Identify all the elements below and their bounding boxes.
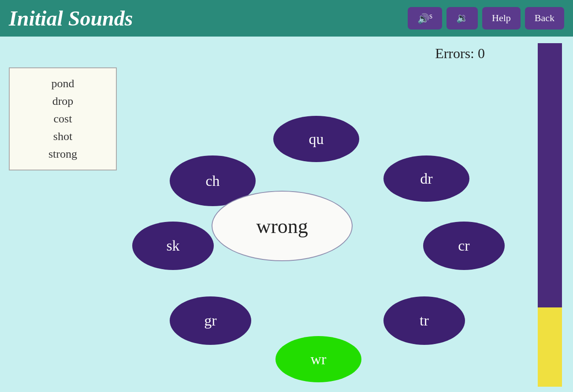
sound-ellipse-qu[interactable]: qu (273, 116, 359, 162)
word-item-strong: strong (48, 148, 77, 161)
sound-ellipse-sk[interactable]: sk (132, 222, 214, 270)
progress-bar-yellow (538, 307, 562, 387)
progress-bar (538, 43, 562, 387)
center-word: wrong (212, 191, 353, 261)
progress-bar-purple (538, 43, 562, 307)
listen-small-button[interactable]: 🔊s (408, 7, 442, 29)
help-button[interactable]: Help (482, 7, 521, 29)
sound-ellipse-tr[interactable]: tr (383, 296, 465, 345)
main-area: Errors: 0 pond drop cost shot strong qu … (0, 37, 573, 392)
word-item-drop: drop (52, 95, 74, 108)
app-title: Initial Sounds (9, 6, 133, 30)
word-list-box: pond drop cost shot strong (9, 67, 117, 170)
header: Initial Sounds 🔊s 🔉 Help Back (0, 0, 573, 37)
word-item-shot: shot (53, 130, 72, 143)
sound-ellipse-cr[interactable]: cr (423, 222, 505, 270)
sound-ellipse-gr[interactable]: gr (170, 296, 251, 345)
errors-display: Errors: 0 (435, 45, 485, 62)
header-buttons: 🔊s 🔉 Help Back (408, 7, 564, 29)
word-item-cost: cost (54, 112, 72, 126)
word-item-pond: pond (52, 77, 74, 90)
listen-button[interactable]: 🔉 (446, 7, 478, 29)
sound-ellipse-wr[interactable]: wr (275, 336, 361, 382)
back-button[interactable]: Back (525, 7, 564, 29)
sound-ellipse-dr[interactable]: dr (383, 155, 469, 202)
